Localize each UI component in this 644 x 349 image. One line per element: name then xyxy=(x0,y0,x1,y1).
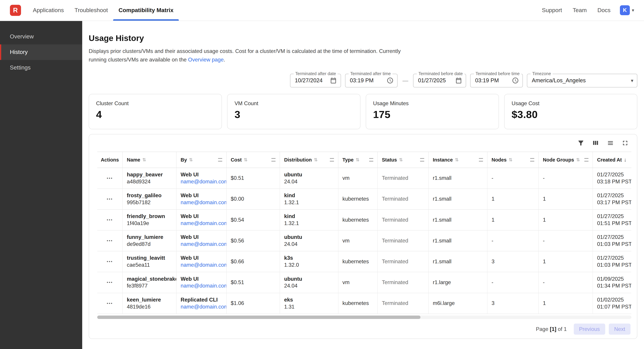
row-actions-button[interactable]: ••• xyxy=(107,301,113,306)
column-menu-icon[interactable] xyxy=(330,158,334,161)
terminated-before-time-field[interactable]: Terminated before time 03:19 PM xyxy=(470,74,523,87)
sort-icon[interactable]: ⇅ xyxy=(244,157,248,163)
column-menu-icon[interactable] xyxy=(420,158,424,161)
sort-icon[interactable]: ⇅ xyxy=(142,157,146,163)
sort-icon[interactable]: ⇅ xyxy=(455,157,458,163)
created-date: 01/27/2025 xyxy=(597,255,631,262)
column-header-name[interactable]: Name⇅ xyxy=(123,152,176,167)
sort-icon[interactable]: ⇅ xyxy=(356,157,360,163)
column-header-type[interactable]: Type⇅ xyxy=(338,152,378,167)
filter-button[interactable] xyxy=(577,139,584,147)
column-menu-icon[interactable] xyxy=(218,158,222,161)
distribution-version: 1.32.1 xyxy=(284,199,334,206)
scrollbar-thumb[interactable] xyxy=(97,316,420,319)
cell-created_at: 01/27/202501:51 PM PST xyxy=(593,210,631,230)
column-header-cost[interactable]: Cost⇅ xyxy=(227,152,280,167)
created-by-source: Web UI xyxy=(181,234,222,241)
cell-type: kubernetes xyxy=(338,251,378,272)
column-menu-icon[interactable] xyxy=(530,158,534,161)
distribution-name: ubuntu xyxy=(284,276,334,283)
created-by-source: Web UI xyxy=(181,171,222,178)
sort-icon[interactable]: ⇅ xyxy=(399,157,403,163)
email-link[interactable]: name@domain.com xyxy=(181,282,222,289)
calendar-icon[interactable] xyxy=(455,77,462,84)
row-actions-button[interactable]: ••• xyxy=(107,280,113,285)
sidebar-item-history[interactable]: History xyxy=(0,44,82,60)
cell-instance: r1.large xyxy=(429,272,488,293)
node-groups-value: 1 xyxy=(543,217,588,224)
calendar-icon[interactable] xyxy=(330,77,337,84)
previous-page-button[interactable]: Previous xyxy=(574,324,605,335)
sort-icon[interactable]: ⇅ xyxy=(314,157,318,163)
column-header-distribution[interactable]: Distribution⇅ xyxy=(280,152,338,167)
cell-type: vm xyxy=(338,231,378,251)
column-menu-icon[interactable] xyxy=(479,158,483,161)
created-time: 01:07 PM PST xyxy=(597,304,631,311)
status-value: Terminated xyxy=(382,279,424,286)
cell-created_at: 01/27/202501:03 PM PST xyxy=(593,251,631,272)
instance-value: r1.small xyxy=(433,196,483,203)
nav-troubleshoot[interactable]: Troubleshoot xyxy=(69,0,113,21)
cell-created_at: 01/27/202501:03 PM PST xyxy=(593,231,631,251)
cell-status: Terminated xyxy=(378,251,429,272)
column-menu-icon[interactable] xyxy=(369,158,373,161)
column-header-instance[interactable]: Instance⇅ xyxy=(429,152,488,167)
row-actions-button[interactable]: ••• xyxy=(107,176,113,181)
nodes-value: 3 xyxy=(492,258,534,265)
sort-desc-icon[interactable]: ↓ xyxy=(624,157,626,163)
nav-docs[interactable]: Docs xyxy=(592,7,616,13)
column-menu-icon[interactable] xyxy=(272,158,276,161)
email-link[interactable]: name@domain.com xyxy=(181,220,222,227)
column-menu-icon[interactable] xyxy=(584,158,588,161)
nav-compatibility-matrix[interactable]: Compatibility Matrix xyxy=(113,0,179,21)
cell-node_groups: - xyxy=(539,272,593,293)
density-button[interactable] xyxy=(607,139,614,147)
clock-icon[interactable] xyxy=(512,77,519,84)
cluster-name: keen_lumiere xyxy=(127,296,172,304)
next-page-button[interactable]: Next xyxy=(609,324,630,335)
email-link[interactable]: name@domain.com xyxy=(181,241,222,248)
sidebar-item-overview[interactable]: Overview xyxy=(0,29,82,44)
columns-button[interactable] xyxy=(592,139,599,147)
terminated-after-time-field[interactable]: Terminated after time 03:19 PM xyxy=(345,74,398,87)
replicated-logo[interactable]: R xyxy=(10,5,21,16)
sidebar-item-settings[interactable]: Settings xyxy=(0,60,82,75)
user-menu[interactable]: K ▾ xyxy=(620,5,634,15)
created-date: 01/27/2025 xyxy=(597,192,631,199)
terminated-before-date-field[interactable]: Terminated before date 01/27/2025 xyxy=(413,74,466,87)
row-actions-button[interactable]: ••• xyxy=(107,218,113,222)
overview-page-link[interactable]: Overview page xyxy=(188,57,224,63)
stat-label: Usage Minutes xyxy=(373,100,492,106)
field-value: 10/27/2024 xyxy=(295,77,326,84)
row-actions-button[interactable]: ••• xyxy=(107,238,113,243)
cell-cost: $0.00 xyxy=(227,189,280,209)
row-actions-button[interactable]: ••• xyxy=(107,197,113,201)
distribution-name: eks xyxy=(284,296,334,304)
nav-applications[interactable]: Applications xyxy=(28,0,69,21)
terminated-after-date-field[interactable]: Terminated after date 10/27/2024 xyxy=(290,74,341,87)
nav-team[interactable]: Team xyxy=(567,7,592,13)
timezone-select[interactable]: Timezone America/Los_Angeles ▾ xyxy=(527,74,637,87)
email-link[interactable]: name@domain.com xyxy=(181,262,222,269)
nav-support[interactable]: Support xyxy=(536,7,567,13)
stats-row: Cluster Count 4 VM Count 3 Usage Minutes… xyxy=(89,94,637,129)
distribution-name: kind xyxy=(284,192,334,199)
instance-value: r1.small xyxy=(433,217,483,224)
column-header-nodes[interactable]: Nodes⇅ xyxy=(488,152,539,167)
email-link[interactable]: name@domain.com xyxy=(181,199,222,206)
column-header-node_groups[interactable]: Node Groups⇅ xyxy=(539,152,593,167)
fullscreen-button[interactable] xyxy=(622,139,629,147)
horizontal-scrollbar[interactable] xyxy=(97,316,631,319)
clock-icon[interactable] xyxy=(386,77,394,84)
sort-icon[interactable]: ⇅ xyxy=(509,157,512,163)
column-header-status[interactable]: Status⇅ xyxy=(378,152,429,167)
sort-icon[interactable]: ⇅ xyxy=(189,157,193,163)
column-header-by[interactable]: By⇅ xyxy=(176,152,227,167)
sort-icon[interactable]: ⇅ xyxy=(576,157,580,163)
column-label: Name xyxy=(127,157,140,163)
row-actions-button[interactable]: ••• xyxy=(107,259,113,264)
email-link[interactable]: name@domain.com xyxy=(181,178,222,185)
cell-node_groups: - xyxy=(539,231,593,251)
column-header-created_at[interactable]: Created At↓ xyxy=(593,152,631,167)
email-link[interactable]: name@domain.com xyxy=(181,304,222,311)
